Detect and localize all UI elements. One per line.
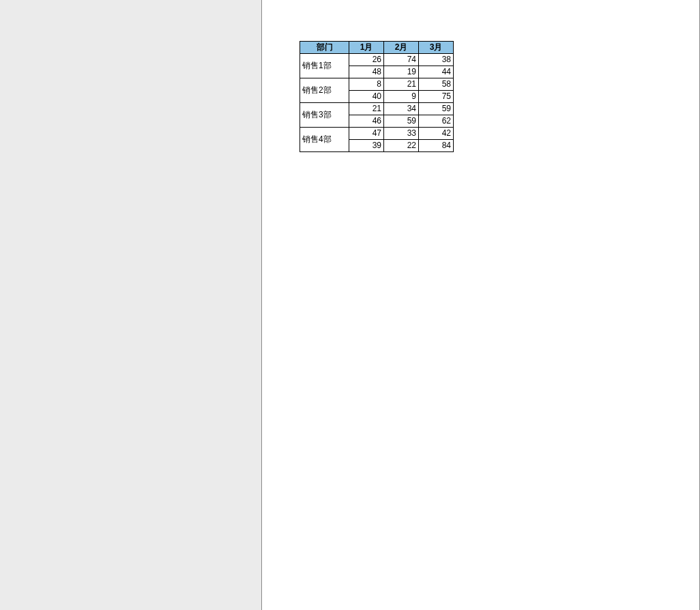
dept-cell: 销售3部 <box>300 103 349 128</box>
dept-cell: 销售4部 <box>300 128 349 152</box>
data-cell: 9 <box>384 91 419 103</box>
header-dept: 部门 <box>300 42 349 54</box>
data-cell: 84 <box>419 140 454 152</box>
data-cell: 33 <box>384 128 419 140</box>
document-page: 部门 1月 2月 3月 销售1部 26 74 38 48 19 44 销售2部 … <box>261 0 700 610</box>
table-row: 销售3部 21 34 59 <box>300 103 454 115</box>
data-cell: 34 <box>384 103 419 115</box>
table-row: 销售4部 47 33 42 <box>300 128 454 140</box>
data-cell: 47 <box>349 128 384 140</box>
data-cell: 59 <box>419 103 454 115</box>
table-row: 销售1部 26 74 38 <box>300 54 454 66</box>
data-cell: 38 <box>419 54 454 66</box>
data-cell: 39 <box>349 140 384 152</box>
data-cell: 74 <box>384 54 419 66</box>
data-cell: 46 <box>349 115 384 128</box>
data-cell: 62 <box>419 115 454 128</box>
data-cell: 21 <box>349 103 384 115</box>
dept-cell: 销售1部 <box>300 54 349 78</box>
table-header-row: 部门 1月 2月 3月 <box>300 42 454 54</box>
data-cell: 8 <box>349 78 384 91</box>
header-month-1: 1月 <box>349 42 384 54</box>
dept-cell: 销售2部 <box>300 78 349 103</box>
data-cell: 19 <box>384 66 419 78</box>
data-cell: 44 <box>419 66 454 78</box>
data-cell: 40 <box>349 91 384 103</box>
data-cell: 26 <box>349 54 384 66</box>
data-cell: 58 <box>419 78 454 91</box>
data-cell: 48 <box>349 66 384 78</box>
data-cell: 42 <box>419 128 454 140</box>
header-month-2: 2月 <box>384 42 419 54</box>
data-cell: 59 <box>384 115 419 128</box>
data-cell: 75 <box>419 91 454 103</box>
header-month-3: 3月 <box>419 42 454 54</box>
sales-table: 部门 1月 2月 3月 销售1部 26 74 38 48 19 44 销售2部 … <box>300 41 454 152</box>
data-cell: 21 <box>384 78 419 91</box>
data-cell: 22 <box>384 140 419 152</box>
table-row: 销售2部 8 21 58 <box>300 78 454 91</box>
